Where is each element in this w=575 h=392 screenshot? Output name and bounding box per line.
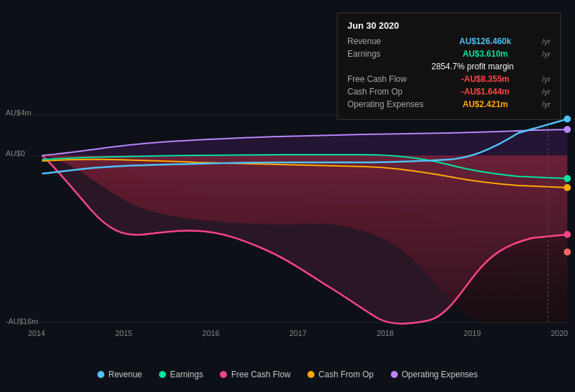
tooltip-opex-unit: /yr (542, 100, 550, 108)
legend-fcf-label: Free Cash Flow (231, 370, 291, 379)
tooltip-revenue-value: AU$126.460k (459, 36, 511, 46)
tooltip-panel: Jun 30 2020 Revenue AU$126.460k /yr Earn… (337, 13, 561, 120)
tooltip-opex-value: AU$2.421m (463, 99, 508, 109)
x-label-2016: 2016 (202, 329, 219, 337)
x-label-2017: 2017 (289, 329, 306, 337)
svg-point-3 (564, 184, 571, 191)
legend-opex[interactable]: Operating Expenses (391, 370, 478, 379)
svg-point-1 (564, 115, 571, 122)
tooltip-fcf-row: Free Cash Flow -AU$8.355m /yr (347, 74, 550, 84)
legend-earnings-dot (159, 371, 166, 378)
x-axis: 2014 2015 2016 2017 2018 2019 2020 (28, 329, 568, 337)
tooltip-earnings-row: Earnings AU$3.610m /yr (347, 49, 550, 59)
legend-opex-label: Operating Expenses (402, 370, 478, 379)
svg-point-4 (564, 231, 571, 238)
legend-earnings[interactable]: Earnings (159, 370, 203, 379)
tooltip-profit-margin: 2854.7% profit margin (347, 62, 550, 71)
legend-cashfromop-label: Cash From Op (319, 370, 374, 379)
tooltip-cashfromop-unit: /yr (542, 88, 550, 96)
legend-revenue-dot (97, 371, 104, 378)
tooltip-cashfromop-value: -AU$1.644m (462, 87, 510, 97)
tooltip-opex-row: Operating Expenses AU$2.421m /yr (347, 99, 550, 109)
tooltip-revenue-unit: /yr (542, 37, 550, 46)
x-label-2019: 2019 (464, 329, 480, 337)
x-label-2015: 2015 (115, 329, 132, 337)
tooltip-earnings-unit: /yr (542, 50, 550, 58)
tooltip-earnings-label: Earnings (347, 49, 431, 59)
svg-point-5 (564, 248, 571, 255)
legend-cashfromop[interactable]: Cash From Op (307, 370, 374, 379)
tooltip-opex-label: Operating Expenses (347, 99, 431, 109)
x-label-2018: 2018 (377, 329, 394, 337)
tooltip-earnings-value: AU$3.610m (463, 49, 508, 59)
tooltip-fcf-value: -AU$8.355m (462, 74, 510, 84)
legend-earnings-label: Earnings (170, 370, 203, 379)
legend-opex-dot (391, 371, 398, 378)
svg-point-2 (564, 175, 571, 182)
legend-fcf[interactable]: Free Cash Flow (220, 370, 291, 379)
legend-fcf-dot (220, 371, 227, 378)
chart-legend: Revenue Earnings Free Cash Flow Cash Fro… (0, 370, 575, 379)
tooltip-title: Jun 30 2020 (347, 20, 550, 31)
x-label-2020: 2020 (550, 329, 567, 337)
legend-cashfromop-dot (307, 371, 314, 378)
tooltip-fcf-unit: /yr (542, 75, 550, 83)
tooltip-cashfromop-row: Cash From Op -AU$1.644m /yr (347, 87, 550, 97)
tooltip-revenue-row: Revenue AU$126.460k /yr (347, 36, 550, 46)
legend-revenue-label: Revenue (109, 370, 142, 379)
tooltip-fcf-label: Free Cash Flow (347, 74, 431, 84)
legend-revenue[interactable]: Revenue (97, 370, 142, 379)
svg-point-6 (564, 126, 571, 133)
tooltip-cashfromop-label: Cash From Op (347, 87, 431, 97)
x-label-2014: 2014 (28, 329, 45, 337)
tooltip-revenue-label: Revenue (347, 36, 431, 46)
